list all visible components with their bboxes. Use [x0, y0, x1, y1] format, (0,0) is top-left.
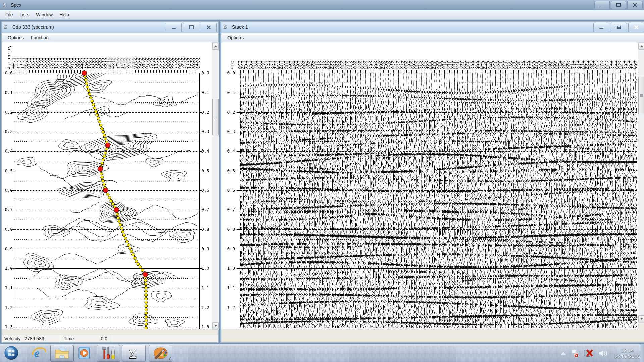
- stack-restore-button[interactable]: [611, 23, 627, 32]
- main-menubar: FileListsWindowHelp: [0, 10, 644, 19]
- system-tray: 12:14 22/08/2016: [558, 344, 640, 362]
- windows-media-player-icon[interactable]: [76, 345, 93, 361]
- status-time-label: Time: [64, 336, 74, 341]
- menu-item-window[interactable]: Window: [33, 11, 56, 18]
- windows-explorer-button[interactable]: [50, 345, 74, 362]
- stack-minimize-button[interactable]: [593, 23, 609, 32]
- spectrum-minimize-button[interactable]: [166, 23, 182, 32]
- hidden-icons-arrow[interactable]: [561, 352, 566, 355]
- main-close-button[interactable]: [627, 1, 643, 9]
- menu-item-help[interactable]: Help: [56, 11, 72, 18]
- status-velocity-label: Velocity: [4, 336, 20, 341]
- taskbar-divider: [147, 346, 147, 360]
- spectrum-scroll-down-arrow[interactable]: [212, 322, 219, 329]
- spectrum-sigma-icon: Σ: [4, 23, 10, 31]
- svg-text:Σ: Σ: [3, 2, 6, 8]
- status-velocity-value: 2789.583: [24, 336, 44, 341]
- spectrum-titlebar[interactable]: Σ Cdp 333 (spectrum): [2, 22, 218, 33]
- status-time-value: 0.0: [101, 336, 107, 341]
- spectrum-window-title: Cdp 333 (spectrum): [12, 24, 54, 30]
- app-sigma-icon: Σ: [3, 2, 9, 10]
- main-minimize-button[interactable]: [594, 1, 610, 9]
- spectrum-scroll-up-arrow[interactable]: [212, 43, 219, 50]
- stack-window: Σ Stack 1 Options Cdp1501521541561581601…: [220, 21, 644, 343]
- main-maximize-button[interactable]: [611, 1, 626, 9]
- stack-menubar: Options: [221, 33, 644, 42]
- clock[interactable]: 12:14 22/08/2016: [615, 347, 640, 359]
- spectrum-menubar: OptionsFunction: [2, 33, 218, 42]
- display-error-icon[interactable]: [584, 349, 593, 358]
- clock-date: 22/08/2016: [615, 353, 640, 359]
- menu-item-lists[interactable]: Lists: [16, 11, 33, 18]
- stack-scroll-down-arrow[interactable]: [638, 315, 644, 322]
- stack-scroll-thumb[interactable]: [638, 77, 644, 114]
- action-center-error-icon[interactable]: [570, 349, 579, 358]
- stack-titlebar[interactable]: Σ Stack 1: [221, 22, 644, 33]
- stack-close-button[interactable]: [628, 23, 644, 32]
- start-button[interactable]: [3, 345, 19, 361]
- internet-explorer-icon[interactable]: e: [31, 345, 47, 361]
- spectrum-plot-area: Velocity14001424144714711495151815421565…: [2, 42, 212, 329]
- clock-time: 12:14: [615, 347, 640, 353]
- stack-scroll-up-arrow[interactable]: [638, 43, 644, 50]
- stack-horizontal-scrollbar[interactable]: [221, 329, 638, 329]
- speaker-icon[interactable]: [598, 349, 608, 358]
- menu-item-file[interactable]: File: [2, 11, 16, 18]
- spectrum-status-bar: Velocity 2789.583 Time 0.0: [2, 335, 218, 342]
- desktop: Σ Spex FileListsWindowHelp Σ Cdp 333 (sp…: [0, 0, 644, 362]
- paint-app-button[interactable]: 7: [149, 345, 172, 362]
- main-window-title: Spex: [11, 2, 21, 8]
- stack-window-title: Stack 1: [232, 24, 248, 30]
- spectrum-vertical-scrollbar[interactable]: [212, 42, 219, 330]
- paint-badge-count: 7: [169, 356, 171, 361]
- spectrum-maximize-button[interactable]: [183, 23, 199, 32]
- taskbar: e: [0, 344, 644, 362]
- svg-text:Σ: Σ: [4, 24, 7, 29]
- spectrum-scroll-thumb[interactable]: [212, 99, 219, 135]
- tools-app-button[interactable]: [97, 345, 120, 362]
- spex-taskbar-button[interactable]: Σ: [122, 345, 146, 362]
- svg-text:Σ: Σ: [224, 24, 227, 29]
- spectrum-close-button[interactable]: [201, 23, 217, 32]
- velocity-spectrum-canvas[interactable]: [2, 42, 212, 329]
- menu-item-function[interactable]: Function: [27, 34, 52, 41]
- menu-item-options[interactable]: Options: [224, 34, 247, 41]
- show-desktop-button[interactable]: [640, 344, 644, 362]
- seismic-stack-canvas[interactable]: [221, 42, 638, 329]
- stack-sigma-icon: Σ: [223, 23, 229, 31]
- main-titlebar[interactable]: Σ Spex: [0, 0, 644, 10]
- spectrum-window: Σ Cdp 333 (spectrum) OptionsFunction Vel…: [1, 21, 219, 343]
- menu-item-options[interactable]: Options: [4, 34, 27, 41]
- stack-vertical-scrollbar[interactable]: [638, 42, 644, 323]
- stack-plot-area: Cdp1501521541561581601621641661681701721…: [221, 42, 638, 329]
- svg-text:Σ: Σ: [129, 347, 137, 360]
